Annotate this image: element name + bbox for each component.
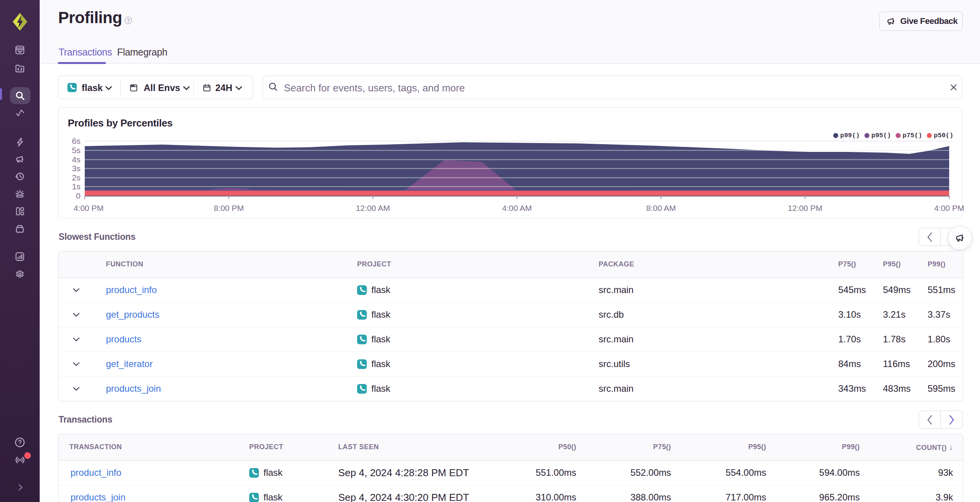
svg-text:12:00 AM: 12:00 AM — [356, 204, 390, 212]
svg-text:4:00 AM: 4:00 AM — [502, 204, 532, 212]
svg-text:4s: 4s — [72, 155, 81, 164]
svg-text:6s: 6s — [72, 136, 81, 145]
svg-text:0: 0 — [76, 191, 81, 200]
svg-text:4:00 PM: 4:00 PM — [74, 204, 104, 212]
svg-text:2s: 2s — [72, 173, 81, 182]
svg-text:4:00 PM: 4:00 PM — [934, 204, 964, 212]
svg-text:3s: 3s — [72, 164, 81, 173]
svg-text:8:00 PM: 8:00 PM — [214, 204, 244, 212]
svg-text:8:00 AM: 8:00 AM — [646, 204, 676, 212]
svg-text:1s: 1s — [72, 182, 81, 191]
svg-text:5s: 5s — [72, 146, 81, 155]
svg-text:12:00 PM: 12:00 PM — [788, 204, 822, 212]
